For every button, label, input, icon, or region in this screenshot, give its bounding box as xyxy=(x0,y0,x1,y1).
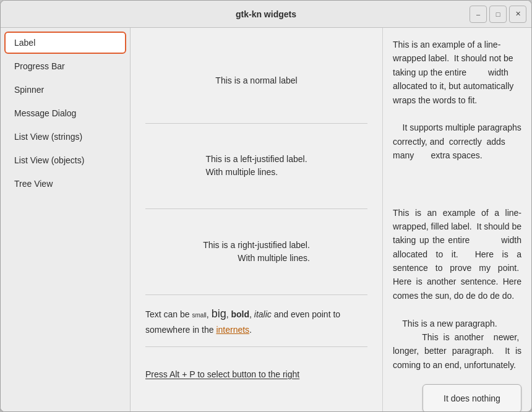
maximize-button[interactable]: □ xyxy=(489,6,507,23)
right-top-text: This is an example of a line-wrapped lab… xyxy=(393,38,521,175)
titlebar: gtk-kn widgets – □ ✕ xyxy=(1,1,531,28)
sidebar-item-label[interactable]: Label xyxy=(4,32,126,54)
minimize-button[interactable]: – xyxy=(470,6,487,23)
keyboard-hint-label: Press Alt + P to select button to the ri… xyxy=(145,369,299,379)
sidebar-item-list-view-objects[interactable]: List View (objects) xyxy=(4,149,126,171)
minimize-icon: – xyxy=(476,11,480,18)
app-window: gtk-kn widgets – □ ✕ Label Progress Bar … xyxy=(0,0,532,412)
close-button[interactable]: ✕ xyxy=(509,6,526,23)
right-filled-label: This is an example of a line-wrapped, fi… xyxy=(393,206,521,372)
divider-2 xyxy=(145,208,367,209)
italic-text: italic xyxy=(254,309,272,319)
right-spacer-1 xyxy=(393,175,521,187)
keyboard-shortcut-p: P xyxy=(189,369,195,379)
mixed-text-label: Text can be small, big, bold, italic and… xyxy=(145,305,367,337)
mixed-text-section: Text can be small, big, bold, italic and… xyxy=(145,298,367,344)
sidebar-item-message-dialog[interactable]: Message Dialog xyxy=(4,102,126,124)
sidebar-item-progress-bar[interactable]: Progress Bar xyxy=(4,55,126,77)
bottom-section: Press Alt + P to select button to the ri… xyxy=(145,350,367,399)
main-panel: This is a normal label This is a left-ju… xyxy=(131,28,531,411)
bold-text: bold xyxy=(231,309,249,319)
sidebar-item-spinner[interactable]: Spinner xyxy=(4,79,126,101)
normal-label: This is a normal label xyxy=(215,75,297,85)
divider-3 xyxy=(145,294,367,295)
close-icon: ✕ xyxy=(515,10,521,18)
divider-1 xyxy=(145,123,367,124)
maximize-icon: □ xyxy=(496,11,500,18)
window-controls: – □ ✕ xyxy=(470,6,526,23)
big-text: big xyxy=(212,307,226,320)
right-middle-text: This is an example of a line-wrapped, fi… xyxy=(393,206,521,385)
sidebar-item-list-view-strings[interactable]: List View (strings) xyxy=(4,126,126,148)
window-title: gtk-kn widgets xyxy=(236,9,296,19)
right-panel: This is an example of a line-wrapped lab… xyxy=(383,28,531,411)
left-panel: This is a normal label This is a left-ju… xyxy=(131,28,383,411)
right-wrapped-label: This is an example of a line-wrapped lab… xyxy=(393,38,521,163)
left-justified-label: This is a left-justified label. With mul… xyxy=(205,153,307,179)
left-justified-section: This is a left-justified label. With mul… xyxy=(145,126,367,207)
sidebar: Label Progress Bar Spinner Message Dialo… xyxy=(1,28,131,411)
right-bottom-section: It does nothing xyxy=(393,384,521,411)
it-does-nothing-button[interactable]: It does nothing xyxy=(423,384,521,411)
sidebar-item-tree-view[interactable]: Tree View xyxy=(4,173,126,195)
content-area: Label Progress Bar Spinner Message Dialo… xyxy=(1,28,531,411)
right-justified-section: This is a right-justified label. With mu… xyxy=(145,212,367,292)
small-text: small xyxy=(192,312,207,319)
right-panel-content: This is an example of a line-wrapped lab… xyxy=(393,38,521,401)
internets-link[interactable]: internets xyxy=(216,325,249,335)
normal-label-section: This is a normal label xyxy=(145,40,367,121)
right-justified-label: This is a right-justified label. With mu… xyxy=(203,239,310,265)
divider-4 xyxy=(145,346,367,347)
